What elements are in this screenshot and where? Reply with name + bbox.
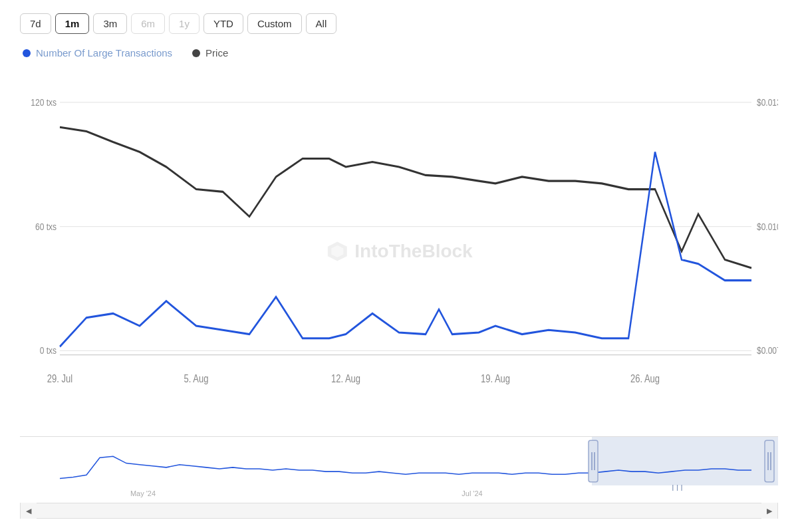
legend-dot-blue <box>23 49 31 57</box>
chart-legend: Number Of Large Transactions Price <box>20 47 778 59</box>
chart-area: IntoTheBlock 120 txs 60 txs 0 txs $0.013… <box>20 69 778 519</box>
scroll-left-button[interactable]: ◀ <box>21 503 37 519</box>
filter-all[interactable]: All <box>306 13 337 34</box>
filter-custom[interactable]: Custom <box>247 13 302 34</box>
scroll-track <box>37 503 761 518</box>
svg-text:$0.010500: $0.010500 <box>757 221 778 232</box>
svg-text:May '24: May '24 <box>130 489 156 497</box>
legend-label-price: Price <box>205 47 228 59</box>
mini-left-handle[interactable] <box>589 440 598 482</box>
svg-text:60 txs: 60 txs <box>35 221 57 232</box>
svg-text:19. Aug: 19. Aug <box>481 372 510 384</box>
mini-selection <box>592 437 778 485</box>
mini-chart-svg: May '24 Jul '24 III <box>20 437 778 503</box>
svg-text:12. Aug: 12. Aug <box>331 372 360 384</box>
filter-1m[interactable]: 1m <box>55 13 90 34</box>
mini-chart-wrapper: May '24 Jul '24 III <box>20 436 778 503</box>
svg-text:0 txs: 0 txs <box>40 345 57 356</box>
filter-1y: 1y <box>169 13 200 34</box>
svg-text:5. Aug: 5. Aug <box>184 372 209 384</box>
main-chart-svg: 120 txs 60 txs 0 txs $0.013500 $0.010500… <box>20 69 778 434</box>
filter-ytd[interactable]: YTD <box>203 13 243 34</box>
svg-text:Jul '24: Jul '24 <box>462 489 482 497</box>
svg-text:III: III <box>672 483 685 493</box>
mini-right-handle[interactable] <box>765 440 774 482</box>
svg-text:26. Aug: 26. Aug <box>630 372 660 384</box>
svg-text:$0.013500: $0.013500 <box>757 97 778 108</box>
legend-price[interactable]: Price <box>192 47 228 59</box>
filter-3m[interactable]: 3m <box>93 13 127 34</box>
scroll-right-button[interactable]: ▶ <box>761 503 777 519</box>
svg-text:$0.007500: $0.007500 <box>757 345 778 356</box>
legend-dot-dark <box>192 49 200 57</box>
filter-6m: 6m <box>131 13 165 34</box>
filter-7d[interactable]: 7d <box>20 13 51 34</box>
transactions-line <box>60 152 751 347</box>
time-filter-bar: 7d 1m 3m 6m 1y YTD Custom All <box>20 13 778 34</box>
main-chart-wrapper: IntoTheBlock 120 txs 60 txs 0 txs $0.013… <box>20 69 778 434</box>
scrollbar: ◀ ▶ <box>20 503 778 519</box>
svg-text:120 txs: 120 txs <box>31 97 57 108</box>
legend-transactions[interactable]: Number Of Large Transactions <box>23 47 172 59</box>
legend-label-transactions: Number Of Large Transactions <box>36 47 172 59</box>
svg-text:29. Jul: 29. Jul <box>47 372 72 384</box>
